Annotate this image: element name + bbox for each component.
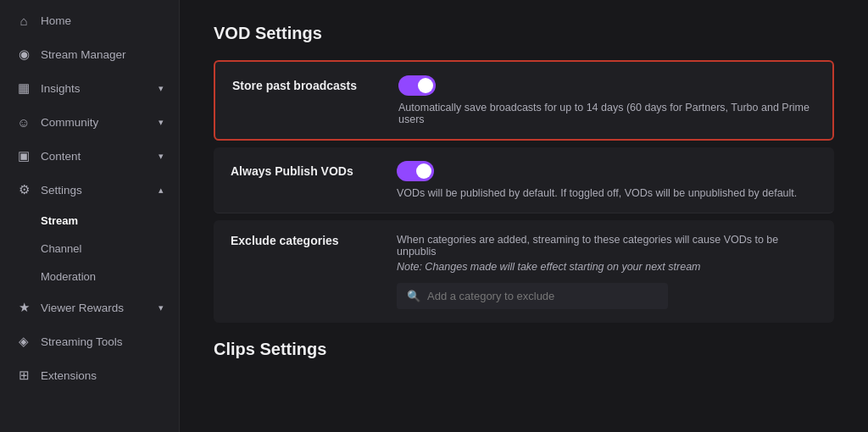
search-icon: 🔍 <box>407 290 420 302</box>
store-broadcasts-desc: Automatically save broadcasts for up to … <box>232 102 815 125</box>
chevron-down-icon: ▾ <box>159 151 164 162</box>
insights-icon: ▦ <box>15 80 32 97</box>
exclude-input[interactable]: 🔍 Add a category to exclude <box>397 283 668 309</box>
exclude-categories-row: Exclude categories When categories are a… <box>214 220 834 323</box>
chevron-down-icon: ▾ <box>159 83 164 94</box>
sidebar-item-insights[interactable]: ▦ Insights ▾ <box>3 71 175 105</box>
main-content: VOD Settings Store past broadcasts Autom… <box>180 0 868 432</box>
content-icon: ▣ <box>15 147 32 164</box>
chevron-down-icon: ▾ <box>159 302 164 313</box>
sidebar-subitem-label: Moderation <box>41 270 96 283</box>
always-publish-toggle[interactable] <box>397 161 434 181</box>
sidebar-item-viewer-rewards[interactable]: ★ Viewer Rewards ▾ <box>3 291 175 324</box>
home-icon: ⌂ <box>15 12 32 29</box>
exclude-note: Note: Changes made will take effect star… <box>397 261 817 273</box>
sidebar-subitem-moderation[interactable]: Moderation <box>3 263 175 291</box>
streaming-tools-icon: ◈ <box>15 333 32 350</box>
sidebar: ⌂ Home ◉ Stream Manager ▦ Insights ▾ ☺ C… <box>0 0 180 432</box>
sidebar-item-settings[interactable]: ⚙ Settings ▴ <box>3 173 175 207</box>
chevron-down-icon: ▾ <box>159 117 164 128</box>
sidebar-subitem-label: Channel <box>41 242 81 255</box>
sidebar-item-label: Community <box>41 116 98 129</box>
toggle-switch[interactable] <box>397 161 434 181</box>
sidebar-item-home[interactable]: ⌂ Home <box>3 3 175 37</box>
sidebar-item-label: Extensions <box>41 369 97 382</box>
viewer-rewards-icon: ★ <box>15 299 32 316</box>
exclude-categories-label: Exclude categories <box>231 234 383 247</box>
always-publish-desc: VODs will be published by default. If to… <box>231 187 817 199</box>
toggle-knob <box>418 78 433 93</box>
chevron-up-icon: ▴ <box>159 185 164 196</box>
stream-manager-icon: ◉ <box>15 46 32 63</box>
sidebar-item-label: Insights <box>41 82 81 95</box>
sidebar-item-streaming-tools[interactable]: ◈ Streaming Tools <box>3 324 175 358</box>
always-publish-top: Always Publish VODs <box>231 161 817 181</box>
store-broadcasts-top: Store past broadcasts <box>232 75 815 96</box>
sidebar-item-community[interactable]: ☺ Community ▾ <box>3 105 175 139</box>
sidebar-subitem-stream[interactable]: Stream <box>3 207 175 235</box>
vod-settings-title: VOD Settings <box>214 24 834 43</box>
sidebar-item-label: Content <box>41 150 81 163</box>
sidebar-item-label: Home <box>41 14 71 27</box>
sidebar-item-label: Settings <box>41 184 82 197</box>
sidebar-item-label: Viewer Rewards <box>41 302 124 314</box>
sidebar-item-label: Streaming Tools <box>41 335 123 348</box>
settings-icon: ⚙ <box>15 181 32 198</box>
store-broadcasts-label: Store past broadcasts <box>232 79 385 92</box>
sidebar-item-extensions[interactable]: ⊞ Extensions <box>3 358 175 392</box>
toggle-switch[interactable] <box>398 75 436 96</box>
always-publish-row: Always Publish VODs VODs will be publish… <box>214 147 834 213</box>
sidebar-item-stream-manager[interactable]: ◉ Stream Manager <box>3 37 175 71</box>
sidebar-item-content[interactable]: ▣ Content ▾ <box>3 139 175 173</box>
sidebar-item-label: Stream Manager <box>41 48 126 61</box>
toggle-knob <box>416 163 431 179</box>
clips-settings-title: Clips Settings <box>214 340 834 359</box>
store-broadcasts-toggle[interactable] <box>398 75 436 96</box>
exclude-input-placeholder: Add a category to exclude <box>427 290 554 302</box>
store-broadcasts-row: Store past broadcasts Automatically save… <box>214 60 834 141</box>
extensions-icon: ⊞ <box>15 367 32 384</box>
sidebar-subitem-channel[interactable]: Channel <box>3 235 175 263</box>
community-icon: ☺ <box>15 114 32 130</box>
exclude-desc: When categories are added, streaming to … <box>397 234 817 258</box>
exclude-categories-content: When categories are added, streaming to … <box>397 234 817 309</box>
sidebar-subitem-label: Stream <box>41 214 78 227</box>
always-publish-label: Always Publish VODs <box>231 164 383 178</box>
